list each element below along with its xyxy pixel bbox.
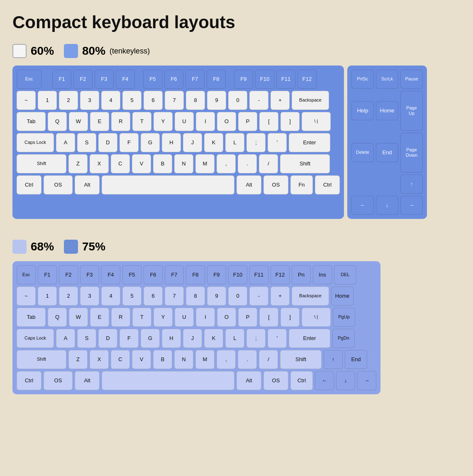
kb2-key-t[interactable]: T: [132, 308, 151, 327]
key-alt-l[interactable]: Alt: [75, 175, 100, 194]
key-f3[interactable]: F3: [95, 70, 114, 89]
kb2-key-q[interactable]: Q: [48, 308, 67, 327]
kb2-key-capslock[interactable]: Caps Lock: [17, 329, 54, 348]
key-tilde[interactable]: ~: [17, 91, 36, 110]
key-8[interactable]: 8: [186, 91, 205, 110]
kb2-key-f3[interactable]: F3: [80, 265, 99, 284]
kb2-key-backslash[interactable]: \ |: [302, 308, 331, 327]
key-end[interactable]: End: [376, 143, 398, 162]
kb2-key-alt-r[interactable]: Alt: [236, 371, 261, 390]
key-y[interactable]: Y: [154, 112, 173, 131]
kb2-key-semicolon[interactable]: ;: [246, 329, 266, 348]
key-m[interactable]: M: [195, 154, 215, 173]
key-f9[interactable]: F9: [234, 70, 253, 89]
key-ctrl-l[interactable]: Ctrl: [17, 175, 41, 194]
key-q[interactable]: Q: [48, 112, 67, 131]
key-a[interactable]: A: [56, 133, 75, 152]
key-pageup[interactable]: PageUp: [400, 91, 423, 131]
kb2-key-up[interactable]: ↑: [324, 350, 343, 369]
key-esc[interactable]: Esc: [17, 70, 41, 89]
kb2-key-ctrl-l[interactable]: Ctrl: [17, 371, 41, 390]
key-minus[interactable]: -: [249, 91, 268, 110]
key-quote[interactable]: ': [268, 133, 287, 152]
kb2-key-right[interactable]: →: [357, 371, 376, 390]
key-shift-r[interactable]: Shift: [280, 154, 330, 173]
kb2-key-u[interactable]: U: [175, 308, 194, 327]
key-os-l[interactable]: OS: [44, 175, 73, 194]
key-r[interactable]: R: [111, 112, 130, 131]
key-scrlk[interactable]: ScrLk: [376, 70, 398, 89]
key-o[interactable]: O: [217, 112, 236, 131]
kb2-key-f11[interactable]: F11: [249, 265, 268, 284]
kb2-key-comma[interactable]: ,: [217, 350, 236, 369]
kb2-key-x[interactable]: X: [90, 350, 109, 369]
kb2-key-down[interactable]: ↓: [336, 371, 355, 390]
kb2-key-f7[interactable]: F7: [165, 265, 184, 284]
kb2-key-del[interactable]: DEL: [334, 265, 356, 284]
key-home[interactable]: Home: [376, 101, 398, 120]
kb2-key-w[interactable]: W: [69, 308, 88, 327]
key-g[interactable]: G: [141, 133, 160, 152]
key-f[interactable]: F: [119, 133, 139, 152]
kb2-key-4[interactable]: 4: [101, 287, 120, 306]
kb2-key-3[interactable]: 3: [80, 287, 99, 306]
key-b[interactable]: B: [153, 154, 172, 173]
kb2-key-os-r[interactable]: OS: [263, 371, 288, 390]
key-7[interactable]: 7: [165, 91, 184, 110]
key-enter[interactable]: Enter: [289, 133, 330, 152]
key-period[interactable]: .: [238, 154, 257, 173]
kb2-key-f5[interactable]: F5: [122, 265, 141, 284]
kb2-key-end[interactable]: End: [345, 350, 367, 369]
kb2-key-0[interactable]: 0: [228, 287, 247, 306]
kb2-key-backspace[interactable]: Backspace: [292, 287, 329, 306]
kb2-key-slash[interactable]: /: [259, 350, 278, 369]
key-4[interactable]: 4: [101, 91, 120, 110]
key-c[interactable]: C: [111, 154, 130, 173]
kb2-key-n[interactable]: N: [174, 350, 193, 369]
kb2-key-f10[interactable]: F10: [228, 265, 247, 284]
key-n[interactable]: N: [174, 154, 193, 173]
key-x[interactable]: X: [90, 154, 109, 173]
key-h[interactable]: H: [162, 133, 181, 152]
key-3[interactable]: 3: [80, 91, 99, 110]
kb2-key-c[interactable]: C: [111, 350, 130, 369]
key-plus[interactable]: +: [271, 91, 290, 110]
key-capslock[interactable]: Caps Lock: [17, 133, 54, 152]
kb2-key-p[interactable]: P: [238, 308, 257, 327]
kb2-key-plus[interactable]: +: [271, 287, 290, 306]
key-j[interactable]: J: [183, 133, 202, 152]
key-down[interactable]: ↓: [376, 196, 398, 215]
kb2-key-o[interactable]: O: [217, 308, 236, 327]
key-pagedown[interactable]: PageDown: [400, 133, 423, 172]
key-slash[interactable]: /: [259, 154, 278, 173]
kb2-key-r[interactable]: R: [111, 308, 130, 327]
key-s[interactable]: S: [77, 133, 96, 152]
key-space[interactable]: [102, 175, 234, 194]
key-tab[interactable]: Tab: [17, 112, 46, 131]
kb2-key-6[interactable]: 6: [144, 287, 163, 306]
key-f4[interactable]: F4: [116, 70, 135, 89]
kb2-key-2[interactable]: 2: [59, 287, 78, 306]
kb2-key-f8[interactable]: F8: [186, 265, 205, 284]
key-l[interactable]: L: [225, 133, 244, 152]
key-ctrl-r[interactable]: Ctrl: [315, 175, 340, 194]
key-backslash[interactable]: \ |: [302, 112, 331, 131]
key-p[interactable]: P: [238, 112, 257, 131]
kb2-key-lbracket[interactable]: [: [259, 308, 278, 327]
kb2-key-pgup[interactable]: PgUp: [333, 308, 355, 327]
kb2-key-space[interactable]: [102, 371, 234, 390]
key-f8[interactable]: F8: [207, 70, 226, 89]
kb2-key-pgdn[interactable]: PgDn: [332, 329, 355, 348]
key-w[interactable]: W: [69, 112, 88, 131]
kb2-key-f[interactable]: F: [119, 329, 139, 348]
key-help[interactable]: Help: [351, 101, 374, 120]
key-2[interactable]: 2: [59, 91, 78, 110]
key-f11[interactable]: F11: [276, 70, 295, 89]
kb2-key-1[interactable]: 1: [38, 287, 57, 306]
kb2-key-ctrl-r[interactable]: Ctrl: [290, 371, 313, 390]
kb2-key-period[interactable]: .: [238, 350, 257, 369]
kb2-key-f12[interactable]: F12: [271, 265, 290, 284]
key-fn[interactable]: Fn: [290, 175, 313, 194]
key-up[interactable]: ↑: [400, 175, 423, 194]
key-semicolon[interactable]: ;: [246, 133, 266, 152]
